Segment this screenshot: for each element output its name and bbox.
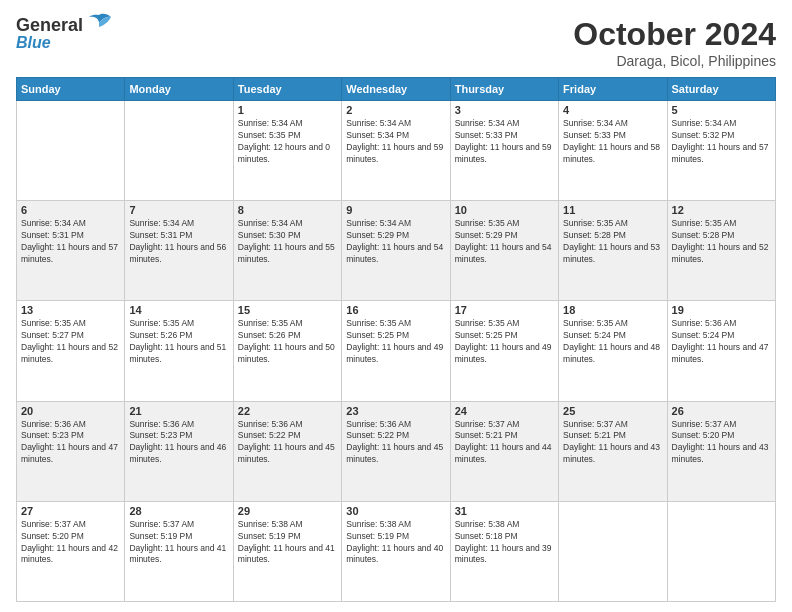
- col-wednesday: Wednesday: [342, 78, 450, 101]
- table-row: [559, 501, 667, 601]
- day-info: Sunrise: 5:34 AM Sunset: 5:32 PM Dayligh…: [672, 118, 771, 166]
- calendar-table: Sunday Monday Tuesday Wednesday Thursday…: [16, 77, 776, 602]
- table-row: 7 Sunrise: 5:34 AM Sunset: 5:31 PM Dayli…: [125, 201, 233, 301]
- daylight-text: Daylight: 11 hours and 59 minutes.: [346, 142, 445, 166]
- daylight-text: Daylight: 11 hours and 59 minutes.: [455, 142, 554, 166]
- day-number: 9: [346, 204, 445, 216]
- table-row: 20 Sunrise: 5:36 AM Sunset: 5:23 PM Dayl…: [17, 401, 125, 501]
- day-info: Sunrise: 5:34 AM Sunset: 5:30 PM Dayligh…: [238, 218, 337, 266]
- table-row: 28 Sunrise: 5:37 AM Sunset: 5:19 PM Dayl…: [125, 501, 233, 601]
- sunset-text: Sunset: 5:23 PM: [21, 430, 120, 442]
- day-number: 5: [672, 104, 771, 116]
- sunrise-text: Sunrise: 5:37 AM: [563, 419, 662, 431]
- table-row: [125, 101, 233, 201]
- daylight-text: Daylight: 11 hours and 44 minutes.: [455, 442, 554, 466]
- title-block: October 2024 Daraga, Bicol, Philippines: [573, 16, 776, 69]
- sunrise-text: Sunrise: 5:34 AM: [129, 218, 228, 230]
- table-row: 2 Sunrise: 5:34 AM Sunset: 5:34 PM Dayli…: [342, 101, 450, 201]
- sunset-text: Sunset: 5:34 PM: [346, 130, 445, 142]
- sunrise-text: Sunrise: 5:35 AM: [563, 318, 662, 330]
- day-number: 1: [238, 104, 337, 116]
- daylight-text: Daylight: 12 hours and 0 minutes.: [238, 142, 337, 166]
- daylight-text: Daylight: 11 hours and 54 minutes.: [455, 242, 554, 266]
- day-number: 6: [21, 204, 120, 216]
- day-info: Sunrise: 5:35 AM Sunset: 5:25 PM Dayligh…: [455, 318, 554, 366]
- sunset-text: Sunset: 5:28 PM: [672, 230, 771, 242]
- day-info: Sunrise: 5:36 AM Sunset: 5:23 PM Dayligh…: [21, 419, 120, 467]
- day-number: 26: [672, 405, 771, 417]
- day-number: 14: [129, 304, 228, 316]
- day-info: Sunrise: 5:36 AM Sunset: 5:23 PM Dayligh…: [129, 419, 228, 467]
- col-monday: Monday: [125, 78, 233, 101]
- sunrise-text: Sunrise: 5:35 AM: [129, 318, 228, 330]
- table-row: 9 Sunrise: 5:34 AM Sunset: 5:29 PM Dayli…: [342, 201, 450, 301]
- table-row: 15 Sunrise: 5:35 AM Sunset: 5:26 PM Dayl…: [233, 301, 341, 401]
- sunrise-text: Sunrise: 5:34 AM: [346, 218, 445, 230]
- day-info: Sunrise: 5:34 AM Sunset: 5:34 PM Dayligh…: [346, 118, 445, 166]
- daylight-text: Daylight: 11 hours and 57 minutes.: [21, 242, 120, 266]
- sunrise-text: Sunrise: 5:35 AM: [238, 318, 337, 330]
- sunrise-text: Sunrise: 5:35 AM: [672, 218, 771, 230]
- day-info: Sunrise: 5:35 AM Sunset: 5:28 PM Dayligh…: [563, 218, 662, 266]
- sunset-text: Sunset: 5:22 PM: [346, 430, 445, 442]
- day-info: Sunrise: 5:37 AM Sunset: 5:21 PM Dayligh…: [455, 419, 554, 467]
- sunrise-text: Sunrise: 5:36 AM: [238, 419, 337, 431]
- sunset-text: Sunset: 5:24 PM: [672, 330, 771, 342]
- day-number: 15: [238, 304, 337, 316]
- day-number: 23: [346, 405, 445, 417]
- daylight-text: Daylight: 11 hours and 54 minutes.: [346, 242, 445, 266]
- sunrise-text: Sunrise: 5:36 AM: [346, 419, 445, 431]
- sunset-text: Sunset: 5:32 PM: [672, 130, 771, 142]
- sunrise-text: Sunrise: 5:36 AM: [21, 419, 120, 431]
- sunset-text: Sunset: 5:25 PM: [455, 330, 554, 342]
- calendar-week-row: 27 Sunrise: 5:37 AM Sunset: 5:20 PM Dayl…: [17, 501, 776, 601]
- day-number: 7: [129, 204, 228, 216]
- sunrise-text: Sunrise: 5:35 AM: [21, 318, 120, 330]
- sunrise-text: Sunrise: 5:34 AM: [563, 118, 662, 130]
- sunset-text: Sunset: 5:19 PM: [346, 531, 445, 543]
- daylight-text: Daylight: 11 hours and 53 minutes.: [563, 242, 662, 266]
- sunset-text: Sunset: 5:20 PM: [672, 430, 771, 442]
- day-info: Sunrise: 5:34 AM Sunset: 5:29 PM Dayligh…: [346, 218, 445, 266]
- day-info: Sunrise: 5:35 AM Sunset: 5:27 PM Dayligh…: [21, 318, 120, 366]
- col-saturday: Saturday: [667, 78, 775, 101]
- table-row: 16 Sunrise: 5:35 AM Sunset: 5:25 PM Dayl…: [342, 301, 450, 401]
- day-number: 21: [129, 405, 228, 417]
- table-row: 23 Sunrise: 5:36 AM Sunset: 5:22 PM Dayl…: [342, 401, 450, 501]
- sunset-text: Sunset: 5:18 PM: [455, 531, 554, 543]
- sunrise-text: Sunrise: 5:37 AM: [672, 419, 771, 431]
- sunset-text: Sunset: 5:22 PM: [238, 430, 337, 442]
- sunset-text: Sunset: 5:27 PM: [21, 330, 120, 342]
- day-info: Sunrise: 5:37 AM Sunset: 5:20 PM Dayligh…: [21, 519, 120, 567]
- table-row: 26 Sunrise: 5:37 AM Sunset: 5:20 PM Dayl…: [667, 401, 775, 501]
- sunset-text: Sunset: 5:21 PM: [455, 430, 554, 442]
- day-number: 24: [455, 405, 554, 417]
- daylight-text: Daylight: 11 hours and 49 minutes.: [455, 342, 554, 366]
- daylight-text: Daylight: 11 hours and 57 minutes.: [672, 142, 771, 166]
- day-info: Sunrise: 5:36 AM Sunset: 5:22 PM Dayligh…: [238, 419, 337, 467]
- sunset-text: Sunset: 5:26 PM: [238, 330, 337, 342]
- sunrise-text: Sunrise: 5:34 AM: [21, 218, 120, 230]
- day-info: Sunrise: 5:35 AM Sunset: 5:24 PM Dayligh…: [563, 318, 662, 366]
- day-info: Sunrise: 5:35 AM Sunset: 5:26 PM Dayligh…: [238, 318, 337, 366]
- sunset-text: Sunset: 5:33 PM: [455, 130, 554, 142]
- sunset-text: Sunset: 5:19 PM: [238, 531, 337, 543]
- sunset-text: Sunset: 5:35 PM: [238, 130, 337, 142]
- daylight-text: Daylight: 11 hours and 50 minutes.: [238, 342, 337, 366]
- day-info: Sunrise: 5:35 AM Sunset: 5:29 PM Dayligh…: [455, 218, 554, 266]
- day-info: Sunrise: 5:34 AM Sunset: 5:33 PM Dayligh…: [563, 118, 662, 166]
- day-number: 3: [455, 104, 554, 116]
- table-row: 22 Sunrise: 5:36 AM Sunset: 5:22 PM Dayl…: [233, 401, 341, 501]
- day-number: 20: [21, 405, 120, 417]
- table-row: 8 Sunrise: 5:34 AM Sunset: 5:30 PM Dayli…: [233, 201, 341, 301]
- sunrise-text: Sunrise: 5:38 AM: [455, 519, 554, 531]
- table-row: 13 Sunrise: 5:35 AM Sunset: 5:27 PM Dayl…: [17, 301, 125, 401]
- table-row: 14 Sunrise: 5:35 AM Sunset: 5:26 PM Dayl…: [125, 301, 233, 401]
- day-number: 12: [672, 204, 771, 216]
- daylight-text: Daylight: 11 hours and 41 minutes.: [238, 543, 337, 567]
- daylight-text: Daylight: 11 hours and 40 minutes.: [346, 543, 445, 567]
- day-number: 4: [563, 104, 662, 116]
- sunset-text: Sunset: 5:20 PM: [21, 531, 120, 543]
- day-info: Sunrise: 5:35 AM Sunset: 5:28 PM Dayligh…: [672, 218, 771, 266]
- table-row: 21 Sunrise: 5:36 AM Sunset: 5:23 PM Dayl…: [125, 401, 233, 501]
